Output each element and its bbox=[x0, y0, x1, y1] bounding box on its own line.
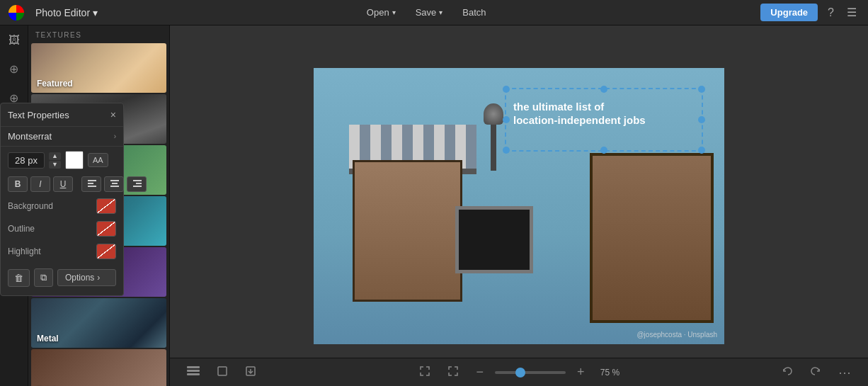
outline-row: Outline bbox=[1, 217, 123, 240]
lamp-head bbox=[484, 103, 503, 125]
highlight-color-box[interactable] bbox=[96, 244, 116, 259]
size-row: ▲ ▼ AA bbox=[1, 147, 123, 174]
svg-rect-1 bbox=[88, 183, 93, 184]
background-color-slash bbox=[97, 199, 115, 213]
texture-panel-label: TEXTURES bbox=[28, 25, 169, 43]
svg-rect-12 bbox=[218, 367, 227, 375]
fit-button[interactable] bbox=[413, 363, 436, 382]
background-label: Background bbox=[8, 201, 53, 211]
batch-button[interactable]: Batch bbox=[455, 4, 493, 21]
size-spinners: ▲ ▼ bbox=[49, 152, 61, 169]
bottom-bar: − + 75 % ⋯ bbox=[170, 358, 868, 386]
undo-button[interactable] bbox=[776, 362, 799, 383]
options-button[interactable]: Options › bbox=[57, 269, 116, 286]
app-logo bbox=[8, 5, 24, 21]
outline-color-box[interactable] bbox=[96, 221, 116, 237]
bottom-left-controls bbox=[181, 363, 262, 382]
window-box bbox=[455, 206, 533, 273]
menu-button[interactable]: ☰ bbox=[844, 3, 860, 22]
resize-button[interactable] bbox=[211, 363, 234, 382]
texture-label-featured: Featured bbox=[37, 79, 73, 89]
upgrade-button[interactable]: Upgrade bbox=[760, 4, 818, 21]
door-right bbox=[590, 153, 714, 323]
open-button[interactable]: Open ▾ bbox=[360, 4, 403, 21]
bold-button[interactable]: B bbox=[8, 176, 28, 192]
texture-item-bricks[interactable]: Bricks bbox=[31, 349, 166, 386]
svg-rect-11 bbox=[187, 373, 200, 375]
svg-rect-10 bbox=[187, 370, 200, 372]
color-swatch-inner bbox=[66, 152, 83, 169]
canvas-image: the ultimate list of location-independen… bbox=[314, 68, 724, 344]
adjust-icon-btn[interactable]: ⊕ bbox=[6, 59, 21, 79]
text-props-actions: 🗑 ⧉ Options › bbox=[1, 263, 123, 290]
delete-text-button[interactable]: 🗑 bbox=[8, 269, 30, 287]
format-row: B I U bbox=[1, 174, 123, 195]
export-button[interactable] bbox=[239, 363, 262, 382]
zoom-level-label: 75 % bbox=[596, 368, 624, 378]
topbar: Photo Editor ▾ Open ▾ Save ▾ Batch Upgra… bbox=[0, 0, 868, 25]
save-arrow: ▾ bbox=[439, 8, 442, 16]
underline-button[interactable]: U bbox=[53, 176, 73, 192]
text-color-swatch[interactable] bbox=[65, 151, 84, 169]
redo-button[interactable] bbox=[804, 362, 827, 383]
close-text-props-button[interactable]: × bbox=[110, 109, 116, 120]
italic-button[interactable]: I bbox=[30, 176, 50, 192]
align-left-button[interactable] bbox=[81, 176, 101, 192]
canvas-area[interactable]: the ultimate list of location-independen… bbox=[170, 25, 868, 386]
svg-rect-5 bbox=[110, 186, 119, 187]
app-title-text: Photo Editor bbox=[35, 7, 90, 18]
zoom-in-button[interactable]: + bbox=[571, 362, 590, 382]
main-area: 🖼 ⊕ ⊕ TEXTURES Featured Metal bbox=[0, 25, 868, 386]
texture-item-featured[interactable]: Featured bbox=[31, 43, 166, 93]
svg-rect-9 bbox=[187, 366, 200, 368]
size-down-button[interactable]: ▼ bbox=[49, 161, 61, 169]
antialiasing-button[interactable]: AA bbox=[88, 153, 108, 167]
outline-label: Outline bbox=[8, 224, 35, 234]
align-center-button[interactable] bbox=[104, 176, 124, 192]
font-size-input[interactable] bbox=[8, 152, 45, 169]
background-color-box[interactable] bbox=[96, 198, 116, 214]
svg-rect-8 bbox=[133, 186, 142, 187]
text-props-header: Text Properties × bbox=[1, 103, 123, 127]
highlight-color-slash bbox=[97, 244, 115, 259]
door-left bbox=[353, 160, 462, 302]
zoom-out-button[interactable]: − bbox=[470, 362, 489, 382]
svg-rect-0 bbox=[88, 180, 96, 181]
size-up-button[interactable]: ▲ bbox=[49, 152, 61, 160]
svg-rect-7 bbox=[136, 183, 142, 184]
zoom-slider[interactable] bbox=[495, 371, 566, 374]
save-label: Save bbox=[416, 7, 437, 18]
topbar-center: Open ▾ Save ▾ Batch bbox=[109, 4, 743, 21]
align-right-button[interactable] bbox=[127, 176, 147, 192]
duplicate-text-button[interactable]: ⧉ bbox=[34, 268, 53, 287]
bottom-right-controls: ⋯ bbox=[776, 362, 857, 383]
layers-button[interactable] bbox=[181, 363, 205, 382]
open-label: Open bbox=[367, 7, 389, 18]
svg-rect-2 bbox=[88, 186, 96, 187]
highlight-label: Highlight bbox=[8, 246, 41, 256]
font-name-label: Montserrat bbox=[8, 131, 52, 142]
svg-rect-6 bbox=[133, 180, 142, 181]
highlight-row: Highlight bbox=[1, 240, 123, 263]
image-icon-btn[interactable]: 🖼 bbox=[6, 31, 23, 50]
more-button[interactable]: ⋯ bbox=[833, 362, 857, 383]
options-label: Options bbox=[65, 273, 94, 283]
font-arrow-icon: › bbox=[114, 132, 116, 140]
batch-label: Batch bbox=[462, 7, 486, 18]
background-row: Background bbox=[1, 195, 123, 217]
texture-label-metal: Metal bbox=[37, 334, 59, 344]
options-arrow-icon: › bbox=[97, 273, 100, 283]
texture-item-metal[interactable]: Metal bbox=[31, 298, 166, 348]
open-arrow: ▾ bbox=[392, 8, 396, 16]
svg-rect-3 bbox=[110, 180, 119, 181]
text-props-title: Text Properties bbox=[8, 110, 69, 120]
expand-button[interactable] bbox=[442, 363, 464, 382]
svg-rect-4 bbox=[112, 183, 118, 184]
help-button[interactable]: ? bbox=[825, 4, 837, 22]
save-button[interactable]: Save ▾ bbox=[409, 4, 450, 21]
app-title-group[interactable]: Photo Editor ▾ bbox=[35, 7, 98, 18]
font-selector[interactable]: Montserrat › bbox=[1, 127, 123, 147]
photo-credit: @josephcosta · Unsplash bbox=[636, 331, 717, 339]
outline-color-slash bbox=[97, 222, 115, 236]
app-title-arrow: ▾ bbox=[93, 7, 98, 18]
